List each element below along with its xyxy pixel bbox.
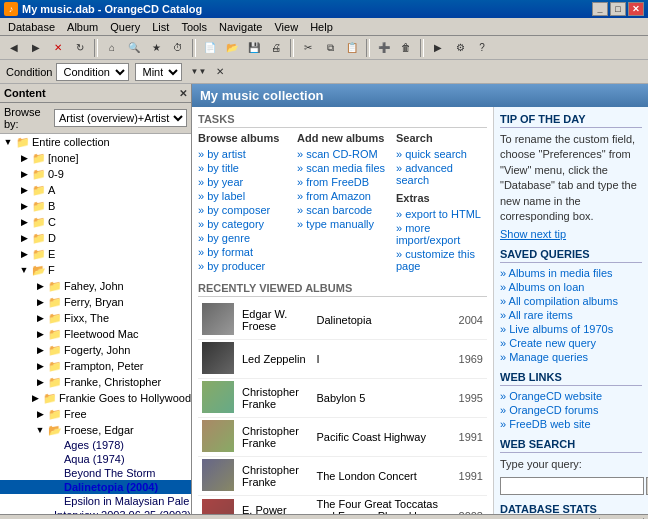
expand-fogerty-icon[interactable]: ▶ <box>32 343 48 357</box>
back-button[interactable]: ◀ <box>4 38 24 58</box>
tree-item-franke[interactable]: ▶📁Franke, Christopher <box>0 374 191 390</box>
tree-item-epsilon[interactable]: Epsilon in Malaysian Pale <box>0 494 191 508</box>
tree-item-dalinetopia[interactable]: Dalinetopia (2004) <box>0 480 191 494</box>
tree-item-f[interactable]: ▼📂F <box>0 262 191 278</box>
tree-item-frampton[interactable]: ▶📁Frampton, Peter <box>0 358 191 374</box>
menu-help[interactable]: Help <box>304 20 339 34</box>
task-by-year[interactable]: by year <box>198 176 289 188</box>
task-by-artist[interactable]: by artist <box>198 148 289 160</box>
tree-item-interview[interactable]: Interview 2003.06.25 (2003) <box>0 508 191 514</box>
task-from-freedb[interactable]: from FreeDB <box>297 176 388 188</box>
mint-select[interactable]: Mint <box>135 63 182 81</box>
expand-fixx-icon[interactable]: ▶ <box>32 311 48 325</box>
expand-froese-icon[interactable]: ▼ <box>32 423 48 437</box>
save-button[interactable]: 💾 <box>244 38 264 58</box>
minimize-button[interactable]: _ <box>592 2 608 16</box>
tree-item-beyond[interactable]: Beyond The Storm <box>0 466 191 480</box>
expand-fleetwood-icon[interactable]: ▶ <box>32 327 48 341</box>
expand-09-icon[interactable]: ▶ <box>16 167 32 181</box>
open-button[interactable]: 📂 <box>222 38 242 58</box>
query-media-files[interactable]: Albums in media files <box>500 267 642 279</box>
menu-list[interactable]: List <box>146 20 175 34</box>
menu-database[interactable]: Database <box>2 20 61 34</box>
tree-root[interactable]: ▼ 📁 Entire collection <box>0 134 191 150</box>
query-compilations[interactable]: All compilation albums <box>500 295 642 307</box>
favorites-button[interactable]: ★ <box>146 38 166 58</box>
album-row-2[interactable]: Led Zeppelin I 1969 <box>198 340 487 379</box>
show-next-tip-link[interactable]: Show next tip <box>500 228 566 240</box>
link-orangecd-forums[interactable]: OrangeCD forums <box>500 404 642 416</box>
task-quick-search[interactable]: quick search <box>396 148 487 160</box>
tree-item-fixx[interactable]: ▶📁Fixx, The <box>0 310 191 326</box>
expand-free-icon[interactable]: ▶ <box>32 407 48 421</box>
close-button[interactable]: ✕ <box>628 2 644 16</box>
help-btn[interactable]: ? <box>472 38 492 58</box>
tree-item-d[interactable]: ▶📁D <box>0 230 191 246</box>
task-by-composer[interactable]: by composer <box>198 204 289 216</box>
tree-item-ages[interactable]: Ages (1978) <box>0 438 191 452</box>
expand-a-icon[interactable]: ▶ <box>16 183 32 197</box>
tree-item-fahey[interactable]: ▶📁Fahey, John <box>0 278 191 294</box>
expand-d-icon[interactable]: ▶ <box>16 231 32 245</box>
task-type-manually[interactable]: type manually <box>297 218 388 230</box>
album-row-1[interactable]: Edgar W. Froese Dalinetopia 2004 <box>198 301 487 340</box>
menu-view[interactable]: View <box>268 20 304 34</box>
menu-query[interactable]: Query <box>104 20 146 34</box>
tree-item-09[interactable]: ▶📁0-9 <box>0 166 191 182</box>
album-row-5[interactable]: Christopher Franke The London Concert 19… <box>198 457 487 496</box>
tree-item-ferry[interactable]: ▶📁Ferry, Bryan <box>0 294 191 310</box>
task-by-label[interactable]: by label <box>198 190 289 202</box>
new-button[interactable]: 📄 <box>200 38 220 58</box>
expand-c-icon[interactable]: ▶ <box>16 215 32 229</box>
tree-item-froese[interactable]: ▼📂Froese, Edgar <box>0 422 191 438</box>
refresh-button[interactable]: ↻ <box>70 38 90 58</box>
expand-e-icon[interactable]: ▶ <box>16 247 32 261</box>
filter-button[interactable]: ▼▼ <box>188 62 208 82</box>
query-create-new[interactable]: Create new query <box>500 337 642 349</box>
expand-b-icon[interactable]: ▶ <box>16 199 32 213</box>
add-album-button[interactable]: ➕ <box>374 38 394 58</box>
play-button[interactable]: ▶ <box>428 38 448 58</box>
tree-item-a[interactable]: ▶📁A <box>0 182 191 198</box>
expand-fahey-icon[interactable]: ▶ <box>32 279 48 293</box>
task-by-title[interactable]: by title <box>198 162 289 174</box>
settings-button[interactable]: ⚙ <box>450 38 470 58</box>
copy-button[interactable]: ⧉ <box>320 38 340 58</box>
cut-button[interactable]: ✂ <box>298 38 318 58</box>
task-from-amazon[interactable]: from Amazon <box>297 190 388 202</box>
task-import-export[interactable]: more import/export <box>396 222 487 246</box>
panel-close-button[interactable]: ✕ <box>179 88 187 99</box>
menu-tools[interactable]: Tools <box>175 20 213 34</box>
link-orangecd-website[interactable]: OrangeCD website <box>500 390 642 402</box>
expand-franke-icon[interactable]: ▶ <box>32 375 48 389</box>
query-manage[interactable]: Manage queries <box>500 351 642 363</box>
tree-item-frankie[interactable]: ▶📁Frankie Goes to Hollywood <box>0 390 191 406</box>
task-export-html[interactable]: export to HTML <box>396 208 487 220</box>
tree-item-fogerty[interactable]: ▶📁Fogerty, John <box>0 342 191 358</box>
web-search-input[interactable] <box>500 477 644 495</box>
search-button[interactable]: 🔍 <box>124 38 144 58</box>
task-by-format[interactable]: by format <box>198 246 289 258</box>
album-row-3[interactable]: Christopher Franke Babylon 5 1995 <box>198 379 487 418</box>
tree-item-e[interactable]: ▶📁E <box>0 246 191 262</box>
album-row-6[interactable]: E. Power Biggs The Four Great Toccatas a… <box>198 496 487 515</box>
query-on-loan[interactable]: Albums on loan <box>500 281 642 293</box>
browse-select[interactable]: Artist (overview)+Artist <box>54 109 187 127</box>
link-freedb[interactable]: FreeDB web site <box>500 418 642 430</box>
expand-none-icon[interactable]: ▶ <box>16 151 32 165</box>
task-customize[interactable]: customize this page <box>396 248 487 272</box>
expand-ferry-icon[interactable]: ▶ <box>32 295 48 309</box>
task-by-category[interactable]: by category <box>198 218 289 230</box>
task-advanced-search[interactable]: advanced search <box>396 162 487 186</box>
tree-item-aqua[interactable]: Aqua (1974) <box>0 452 191 466</box>
home-button[interactable]: ⌂ <box>102 38 122 58</box>
condition-select[interactable]: Condition <box>56 63 129 81</box>
tree-item-free[interactable]: ▶📁Free <box>0 406 191 422</box>
stop-button[interactable]: ✕ <box>48 38 68 58</box>
expand-frampton-icon[interactable]: ▶ <box>32 359 48 373</box>
task-scan-barcode[interactable]: scan barcode <box>297 204 388 216</box>
task-by-genre[interactable]: by genre <box>198 232 289 244</box>
forward-button[interactable]: ▶ <box>26 38 46 58</box>
delete-button[interactable]: 🗑 <box>396 38 416 58</box>
expand-root-icon[interactable]: ▼ <box>0 135 16 149</box>
